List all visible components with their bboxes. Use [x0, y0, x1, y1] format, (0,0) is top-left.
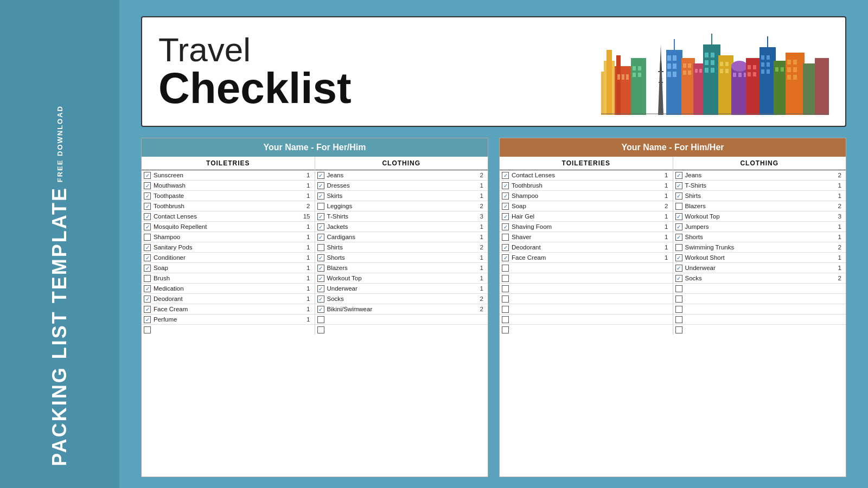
checkbox[interactable] [675, 182, 682, 189]
item-qty: 1 [477, 192, 486, 199]
svg-point-48 [731, 61, 748, 72]
checkbox[interactable] [675, 265, 682, 272]
checkbox[interactable] [675, 326, 682, 333]
checkbox[interactable] [144, 265, 151, 272]
svg-rect-43 [720, 62, 723, 66]
her-clothing-column: CLOTHING Jeans2Dresses1Skirts1Leggings2T… [315, 157, 488, 335]
checkbox[interactable] [675, 285, 682, 292]
checkbox[interactable] [675, 306, 682, 313]
item-qty: 1 [662, 223, 671, 230]
checkbox[interactable] [144, 223, 151, 230]
checkbox[interactable] [502, 234, 509, 241]
item-qty: 1 [304, 275, 312, 281]
checkbox[interactable] [317, 213, 324, 220]
checkbox[interactable] [317, 296, 324, 303]
checkbox[interactable] [675, 296, 682, 303]
checkbox[interactable] [502, 182, 509, 189]
svg-rect-30 [688, 70, 691, 75]
title-light: Travel [158, 33, 352, 67]
checkbox[interactable] [502, 306, 509, 313]
checkbox[interactable] [144, 234, 151, 241]
list-item: Contact Lenses15 [142, 211, 315, 222]
him-clothing-list: Jeans2T-Shirts1Shirts1Blazers2Workout To… [673, 170, 846, 335]
checkbox[interactable] [317, 254, 324, 261]
list-item: Shampoo1 [142, 232, 315, 242]
list-item: Toothpaste1 [142, 191, 315, 201]
checkbox[interactable] [675, 316, 682, 323]
item-name: Shorts [685, 234, 835, 240]
checkbox[interactable] [675, 192, 682, 200]
list-item: Sunscreen1 [142, 170, 315, 181]
checkbox[interactable] [675, 234, 682, 241]
item-qty: 1 [304, 223, 312, 230]
list-item [142, 325, 315, 335]
item-qty: 1 [304, 244, 312, 251]
checkbox[interactable] [502, 213, 509, 220]
checkbox[interactable] [144, 172, 151, 179]
checkbox[interactable] [317, 223, 324, 230]
checkbox[interactable] [317, 244, 324, 251]
checkbox[interactable] [144, 316, 151, 323]
checkbox[interactable] [675, 213, 682, 220]
checkbox[interactable] [502, 244, 509, 251]
item-qty: 3 [835, 213, 844, 220]
list-item: Deodorant1 [142, 294, 315, 304]
checkbox[interactable] [502, 326, 509, 333]
checkbox[interactable] [144, 182, 151, 189]
checkbox[interactable] [144, 192, 151, 200]
checkbox[interactable] [317, 182, 324, 189]
list-item [500, 314, 673, 325]
checkbox[interactable] [502, 296, 509, 303]
checkbox[interactable] [317, 275, 324, 282]
checkbox[interactable] [317, 172, 324, 179]
checkbox[interactable] [502, 192, 509, 200]
checkbox[interactable] [675, 275, 682, 282]
svg-rect-33 [699, 69, 702, 73]
checkbox[interactable] [502, 285, 509, 292]
checkbox[interactable] [675, 244, 682, 251]
svg-rect-63 [767, 69, 770, 74]
checkbox[interactable] [502, 223, 509, 230]
checkbox[interactable] [144, 213, 151, 220]
checkbox[interactable] [502, 254, 509, 261]
item-qty: 1 [662, 182, 671, 189]
checkbox[interactable] [317, 192, 324, 200]
checkbox[interactable] [144, 244, 151, 251]
svg-rect-39 [705, 68, 709, 73]
checkbox[interactable] [675, 223, 682, 230]
checkbox[interactable] [675, 172, 682, 179]
list-item: Dresses1 [315, 181, 488, 191]
item-qty: 1 [835, 234, 844, 240]
checkbox[interactable] [502, 265, 509, 272]
item-qty: 1 [304, 296, 312, 302]
list-item [673, 325, 846, 335]
list-item: T-Shirts3 [315, 211, 488, 222]
checkbox[interactable] [502, 316, 509, 323]
checkbox[interactable] [144, 296, 151, 303]
checkbox[interactable] [317, 306, 324, 313]
checkbox[interactable] [144, 285, 151, 292]
checkbox[interactable] [317, 203, 324, 210]
checkbox[interactable] [317, 285, 324, 292]
svg-rect-45 [720, 69, 723, 73]
list-item: Medication1 [142, 284, 315, 294]
svg-rect-70 [793, 60, 797, 65]
her-card-body: TOILETRIES Sunscreen1Mouthwash1Toothpast… [142, 157, 488, 335]
checkbox[interactable] [502, 172, 509, 179]
checkbox[interactable] [502, 203, 509, 210]
checkbox[interactable] [317, 265, 324, 272]
checkbox[interactable] [317, 316, 324, 323]
checkbox[interactable] [144, 326, 151, 333]
item-name: Shirts [327, 244, 477, 251]
checkbox[interactable] [317, 326, 324, 333]
item-name: Sunscreen [154, 172, 304, 178]
checkbox[interactable] [144, 275, 151, 282]
checkbox[interactable] [144, 306, 151, 313]
list-item [500, 325, 673, 335]
checkbox[interactable] [144, 203, 151, 210]
checkbox[interactable] [317, 234, 324, 241]
checkbox[interactable] [144, 254, 151, 261]
checkbox[interactable] [675, 254, 682, 261]
checkbox[interactable] [502, 275, 509, 282]
checkbox[interactable] [675, 203, 682, 210]
